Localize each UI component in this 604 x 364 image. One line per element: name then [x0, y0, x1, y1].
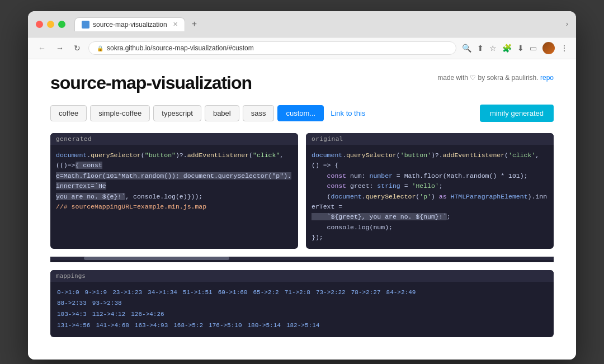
- mapping-item[interactable]: 73->2:22: [316, 289, 346, 296]
- more-icon[interactable]: ⋮: [560, 44, 568, 53]
- mapping-item[interactable]: 9->1:9: [85, 289, 107, 296]
- avatar[interactable]: [542, 42, 555, 54]
- maximize-button[interactable]: [58, 21, 65, 28]
- mapping-item[interactable]: 180->5:14: [248, 322, 281, 329]
- made-with: made with ♡ by sokra & paulirish. repo: [437, 73, 554, 83]
- download-icon[interactable]: ⬇: [517, 44, 524, 53]
- close-button[interactable]: [36, 21, 43, 28]
- mapping-item[interactable]: 163->4:93: [135, 322, 168, 329]
- repo-link[interactable]: repo: [540, 74, 554, 82]
- sidebar-icon[interactable]: ▭: [530, 44, 537, 53]
- mappings-label: mappings: [50, 270, 554, 282]
- tab-typescript[interactable]: typescript: [153, 105, 201, 121]
- mapping-item[interactable]: 103->4:3: [57, 311, 87, 318]
- generated-panel: generated document.querySelector("button…: [50, 133, 298, 249]
- mapping-item[interactable]: 0->1:0: [57, 289, 79, 296]
- mapping-item[interactable]: 51->1:51: [183, 289, 213, 296]
- tab-close-icon[interactable]: ✕: [173, 21, 178, 28]
- tab-sass[interactable]: sass: [243, 105, 275, 121]
- mapping-item[interactable]: 65->2:2: [253, 289, 279, 296]
- mapping-item[interactable]: 168->5:2: [173, 322, 203, 329]
- mapping-item[interactable]: 112->4:12: [92, 311, 125, 318]
- minimize-button[interactable]: [47, 21, 54, 28]
- code-panels-row: generated document.querySelector("button…: [50, 133, 554, 249]
- lock-icon: 🔒: [97, 45, 103, 51]
- title-bar: source-map-visualization ✕ + ›: [28, 11, 576, 37]
- address-bar: ← → ↻ 🔒 sokra.github.io/source-map-visua…: [28, 37, 576, 59]
- url-bar[interactable]: 🔒 sokra.github.io/source-map-visualizati…: [88, 41, 456, 55]
- mapping-item[interactable]: 78->2:27: [351, 289, 381, 296]
- scrollbar-thumb[interactable]: [84, 257, 229, 260]
- tab-simple-coffee[interactable]: simple-coffee: [90, 105, 150, 121]
- original-panel-label: original: [306, 133, 554, 145]
- mapping-item[interactable]: 71->2:8: [285, 289, 310, 296]
- mapping-item[interactable]: 23->1:23: [112, 289, 142, 296]
- mapping-item[interactable]: 88->2:33: [57, 300, 87, 306]
- mappings-content: 0->1:09->1:923->1:2334->1:3451->1:5160->…: [50, 282, 554, 337]
- mapping-item[interactable]: 84->2:49: [386, 289, 416, 296]
- mappings-panel: mappings 0->1:09->1:923->1:2334->1:3451-…: [50, 270, 554, 337]
- address-actions: 🔍 ⬆ ☆ 🧩 ⬇ ▭ ⋮: [462, 42, 568, 54]
- back-button[interactable]: ←: [36, 42, 48, 54]
- scrollbar-area[interactable]: [50, 257, 554, 262]
- tab-bar: source-map-visualization ✕ + ›: [74, 17, 568, 31]
- original-panel: original document.querySelector('button'…: [306, 133, 554, 249]
- made-with-text: made with ♡ by sokra & paulirish.: [437, 74, 538, 82]
- mapping-item[interactable]: 60->1:60: [218, 289, 248, 296]
- preset-tabs-row: coffee simple-coffee typescript babel sa…: [50, 105, 554, 122]
- share-icon[interactable]: ⬆: [477, 44, 484, 53]
- original-code[interactable]: document.querySelector('button')?.addEve…: [306, 145, 554, 249]
- mapping-item[interactable]: 93->2:38: [92, 300, 122, 306]
- link-this-anchor[interactable]: Link to this: [331, 109, 365, 117]
- page-content: source-map-visualization made with ♡ by …: [28, 59, 576, 360]
- url-text: sokra.github.io/source-map-visualization…: [107, 44, 254, 52]
- tab-favicon-icon: [82, 21, 89, 29]
- mapping-item[interactable]: 131->4:56: [57, 322, 90, 329]
- mapping-item[interactable]: 141->4:68: [96, 322, 129, 329]
- tab-babel[interactable]: babel: [205, 105, 239, 121]
- page-title: source-map-visualization: [50, 73, 252, 93]
- generated-panel-label: generated: [50, 133, 298, 145]
- minify-button[interactable]: minify generated: [480, 105, 554, 122]
- forward-button[interactable]: →: [54, 42, 66, 54]
- traffic-lights: [36, 21, 65, 28]
- mapping-item[interactable]: 126->4:26: [131, 311, 164, 318]
- scrollbar-track: [50, 257, 554, 260]
- mapping-item[interactable]: 182->5:14: [286, 322, 319, 329]
- extensions-icon[interactable]: 🧩: [502, 44, 512, 53]
- page-header: source-map-visualization made with ♡ by …: [50, 73, 554, 93]
- tab-custom[interactable]: custom...: [277, 105, 324, 121]
- chevron-icon: ›: [566, 20, 568, 28]
- browser-tab[interactable]: source-map-visualization ✕: [74, 17, 185, 31]
- mapping-item[interactable]: 176->5:10: [209, 322, 242, 329]
- browser-window: source-map-visualization ✕ + › ← → ↻ 🔒 s…: [28, 11, 576, 360]
- tab-coffee[interactable]: coffee: [50, 105, 87, 121]
- tab-title: source-map-visualization: [93, 21, 167, 29]
- bookmark-icon[interactable]: ☆: [489, 44, 497, 53]
- reload-button[interactable]: ↻: [72, 42, 83, 54]
- generated-code[interactable]: document.querySelector("button")?.addEve…: [50, 145, 298, 223]
- search-icon[interactable]: 🔍: [462, 44, 471, 53]
- new-tab-button[interactable]: +: [187, 17, 201, 31]
- mapping-item[interactable]: 34->1:34: [148, 289, 177, 296]
